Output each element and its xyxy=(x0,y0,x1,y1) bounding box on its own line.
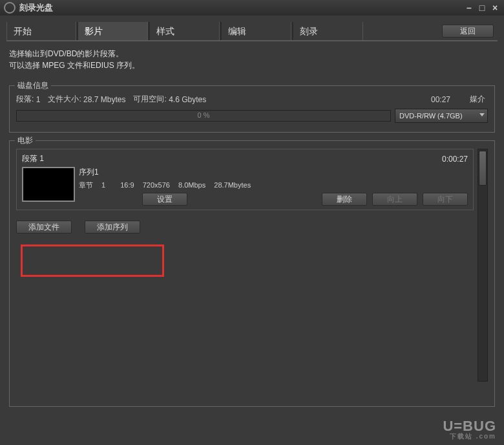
move-up-button[interactable]: 向上 xyxy=(372,193,417,206)
disk-time: 00:27 xyxy=(431,95,470,104)
filesize-value: 28.7 Mbytes xyxy=(83,95,125,104)
sequence-name: 序列1 xyxy=(79,167,468,178)
tab-edit[interactable]: 编辑 xyxy=(222,22,291,40)
add-file-button[interactable]: 添加文件 xyxy=(16,221,72,233)
hint-line2: 可以选择 MPEG 文件和EDIUS 序列。 xyxy=(9,60,495,71)
watermark-sub: 下载站 .com xyxy=(443,432,496,441)
title-bar: 刻录光盘 – □ × xyxy=(0,0,504,16)
segment-duration: 0:00:27 xyxy=(442,155,468,164)
back-button[interactable]: 返回 xyxy=(442,25,494,38)
movie-group-title: 电影 xyxy=(15,135,36,146)
app-icon xyxy=(4,2,16,14)
movie-scrollbar[interactable] xyxy=(478,149,488,382)
media-select[interactable]: DVD-R/RW (4.7GB) xyxy=(395,109,488,123)
filesize-label: 文件大小: xyxy=(48,94,81,105)
chevron-down-icon xyxy=(479,113,485,116)
add-row: 添加文件 添加序列 xyxy=(16,221,474,233)
sequence-thumbnail[interactable] xyxy=(22,167,75,202)
disk-usage-bar: 0 % xyxy=(16,110,391,122)
close-button[interactable]: × xyxy=(490,3,500,13)
sequence-meta: 章节 1 16:9 720x576 8.0Mbps 28.7Mbytes xyxy=(79,180,468,190)
freespace-value: 4.6 Gbytes xyxy=(169,95,206,104)
tab-burn[interactable]: 刻录 xyxy=(293,22,363,40)
settings-button[interactable]: 设置 xyxy=(142,193,187,206)
segment-block: 段落 1 0:00:27 序列1 章节 1 16:9 720x576 xyxy=(16,149,474,210)
freespace-label: 可用空间: xyxy=(133,94,166,105)
disk-info-title: 磁盘信息 xyxy=(15,80,51,91)
tab-start[interactable]: 开始 xyxy=(6,22,76,40)
move-down-button[interactable]: 向下 xyxy=(423,193,468,206)
add-sequence-button[interactable]: 添加序列 xyxy=(85,221,140,233)
media-select-value: DVD-R/RW (4.7GB) xyxy=(399,112,463,120)
tab-style[interactable]: 样式 xyxy=(150,22,220,40)
scrollbar-thumb[interactable] xyxy=(479,151,487,186)
tab-movie[interactable]: 影片 xyxy=(78,22,148,40)
window-title: 刻录光盘 xyxy=(19,2,53,14)
segments-label: 段落: xyxy=(16,94,34,105)
hint-line1: 选择输出到DVD/BD的影片段落。 xyxy=(9,48,495,60)
segment-title: 段落 1 xyxy=(22,153,44,164)
hint-text: 选择输出到DVD/BD的影片段落。 可以选择 MPEG 文件和EDIUS 序列。 xyxy=(6,41,498,78)
watermark: U=BUG 下载站 .com xyxy=(443,418,496,441)
media-label: 媒介 xyxy=(470,94,488,105)
movie-group: 电影 段落 1 0:00:27 序列1 章节 1 xyxy=(9,140,495,407)
minimize-button[interactable]: – xyxy=(464,3,474,13)
maximize-button[interactable]: □ xyxy=(477,3,487,13)
delete-button[interactable]: 删除 xyxy=(322,193,367,206)
disk-info-group: 磁盘信息 段落: 1 文件大小: 28.7 Mbytes 可用空间: 4.6 G… xyxy=(9,85,495,133)
tab-bar: 开始 影片 样式 编辑 刻录 返回 xyxy=(6,22,498,40)
segments-value: 1 xyxy=(36,95,41,104)
disk-usage-pct: 0 % xyxy=(198,111,210,119)
